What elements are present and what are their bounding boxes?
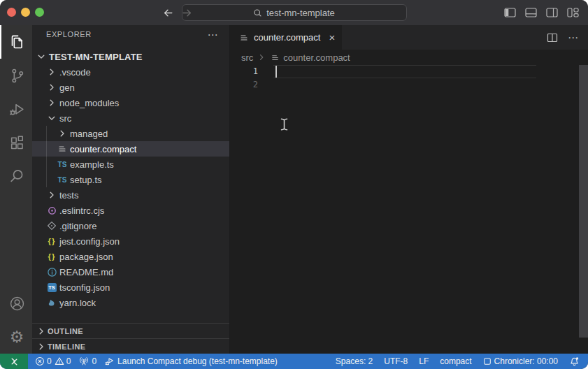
notifications-status[interactable] — [565, 354, 584, 369]
error-count: 0 — [47, 356, 52, 366]
chevron-right-icon — [45, 189, 58, 201]
tree-item-test-mn-template[interactable]: TEST-MN-TEMPLATE — [32, 49, 229, 64]
extensions-icon — [8, 134, 26, 152]
activity-item-settings[interactable]: ⚙ — [0, 320, 32, 354]
tree-item-counter-compact[interactable]: counter.compact — [32, 141, 229, 157]
encoding-status[interactable]: UTF-8 — [380, 354, 412, 369]
chevron-down-icon — [45, 113, 58, 124]
more-actions-icon[interactable]: ⋯ — [568, 32, 578, 43]
tree-item-managed[interactable]: managed — [32, 126, 229, 141]
problems-status[interactable]: 0 0 — [31, 354, 75, 369]
chevron-right-icon — [257, 52, 266, 62]
back-icon[interactable] — [162, 7, 174, 19]
ports-status[interactable]: 0 — [75, 354, 101, 369]
vscode-window: test-mn-template ⚙ EXPLORER ⋯ TEST-MN-TE… — [0, 0, 588, 369]
indent-guide — [46, 141, 47, 157]
tree-item-readme-md[interactable]: README.md — [32, 264, 229, 280]
titlebar: test-mn-template — [0, 0, 588, 25]
tree-item-label: example.ts — [70, 159, 114, 170]
editor-content[interactable]: 1 2 — [230, 65, 588, 354]
tree-item-label: jest.config.json — [59, 236, 120, 247]
eol-status[interactable]: LF — [415, 354, 433, 369]
file-list-icon — [56, 143, 69, 154]
tree-item-package-json[interactable]: {}package.json — [32, 249, 229, 264]
tree-item--vscode[interactable]: .vscode — [32, 64, 229, 80]
tree-item-label: tests — [59, 190, 78, 201]
tree-item-setup-ts[interactable]: TSsetup.ts — [32, 172, 229, 187]
tree-item-label: tsconfig.json — [59, 282, 110, 293]
close-icon[interactable]: × — [329, 32, 335, 43]
tab-counter-compact[interactable]: counter.compact × — [230, 25, 342, 50]
tree-item-node-modules[interactable]: node_modules — [32, 95, 229, 110]
git-icon — [45, 220, 58, 231]
activity-bar: ⚙ — [0, 25, 32, 354]
timeline-section-header[interactable]: TIMELINE — [32, 338, 229, 354]
toggle-primary-sidebar-icon[interactable] — [504, 8, 516, 17]
sidebar-sections: OUTLINE TIMELINE — [32, 323, 229, 354]
activity-item-explorer[interactable] — [0, 25, 32, 59]
braces-icon: {} — [45, 236, 58, 247]
explorer-sidebar: EXPLORER ⋯ TEST-MN-TEMPLATE.vscodegennod… — [32, 25, 229, 354]
error-icon — [35, 356, 45, 366]
search-icon — [253, 8, 262, 17]
account-icon — [8, 295, 26, 312]
tree-item-label: setup.ts — [70, 175, 102, 185]
chronicler-status[interactable]: Chronicler: 00:00 — [479, 354, 562, 369]
indentation-status[interactable]: Spaces: 2 — [331, 354, 377, 369]
debug-start-icon — [105, 356, 115, 366]
tree-item--eslintrc-cjs[interactable]: .eslintrc.cjs — [32, 203, 229, 218]
tree-item-label: gen — [59, 82, 75, 93]
tree-item--gitignore[interactable]: .gitignore — [32, 218, 229, 233]
chronicler-label: Chronicler: 00:00 — [494, 356, 558, 366]
toggle-panel-icon[interactable] — [525, 8, 537, 17]
tree-item-src[interactable]: src — [32, 110, 229, 126]
layout-controls — [504, 8, 579, 17]
debug-launch-label: Launch Compact debug (test-mn-template) — [117, 356, 278, 366]
editor-scrollbar[interactable] — [579, 65, 588, 338]
indent-guide — [46, 126, 47, 141]
tree-item-tsconfig-json[interactable]: TStsconfig.json — [32, 280, 229, 295]
braces-icon: {} — [45, 251, 58, 262]
more-actions-icon[interactable]: ⋯ — [207, 29, 218, 40]
ports-count: 0 — [92, 356, 96, 366]
breadcrumb-file[interactable]: counter.compact — [270, 52, 350, 63]
remote-indicator[interactable] — [0, 354, 28, 369]
remote-icon — [9, 356, 20, 367]
toggle-secondary-sidebar-icon[interactable] — [546, 8, 558, 17]
close-window-button[interactable] — [7, 8, 16, 17]
breadcrumb-src[interactable]: src — [241, 52, 253, 63]
traffic-lights — [7, 8, 44, 17]
tree-item-example-ts[interactable]: TSexample.ts — [32, 157, 229, 172]
activity-item-extensions[interactable] — [0, 126, 32, 159]
zoom-window-button[interactable] — [35, 8, 44, 17]
forward-icon[interactable] — [181, 7, 193, 19]
activity-item-run-debug[interactable] — [0, 92, 32, 126]
outline-section-label: OUTLINE — [48, 327, 83, 335]
chevron-down-icon — [35, 51, 48, 62]
debug-launch-status[interactable]: Launch Compact debug (test-mn-template) — [101, 354, 282, 369]
tree-item-label: .eslintrc.cjs — [59, 205, 104, 216]
command-center-search[interactable]: test-mn-template — [182, 4, 407, 21]
activity-item-source-control[interactable] — [0, 59, 32, 92]
tree-item-jest-config-json[interactable]: {}jest.config.json — [32, 233, 229, 249]
search-value: test-mn-template — [266, 8, 335, 18]
tree-item-tests[interactable]: tests — [32, 187, 229, 203]
source-control-icon — [8, 67, 26, 85]
minimize-window-button[interactable] — [21, 8, 30, 17]
indent-guide — [46, 172, 47, 187]
tree-item-gen[interactable]: gen — [32, 80, 229, 95]
customize-layout-icon[interactable] — [567, 8, 579, 17]
tree-item-label: package.json — [59, 252, 113, 262]
tree-item-label: managed — [70, 129, 108, 139]
tree-item-yarn-lock[interactable]: yarn.lock — [32, 295, 229, 310]
chevron-right-icon — [56, 128, 69, 139]
editor-group: counter.compact × ⋯ src counter.compact … — [229, 25, 588, 354]
outline-section-header[interactable]: OUTLINE — [32, 323, 229, 338]
tab-label: counter.compact — [254, 32, 320, 43]
language-mode-status[interactable]: compact — [436, 354, 475, 369]
activity-item-accounts[interactable] — [0, 287, 32, 320]
split-editor-icon[interactable] — [547, 33, 558, 43]
tree-item-label: counter.compact — [70, 144, 136, 154]
chevron-right-icon — [35, 326, 48, 337]
activity-item-search[interactable] — [0, 159, 32, 193]
